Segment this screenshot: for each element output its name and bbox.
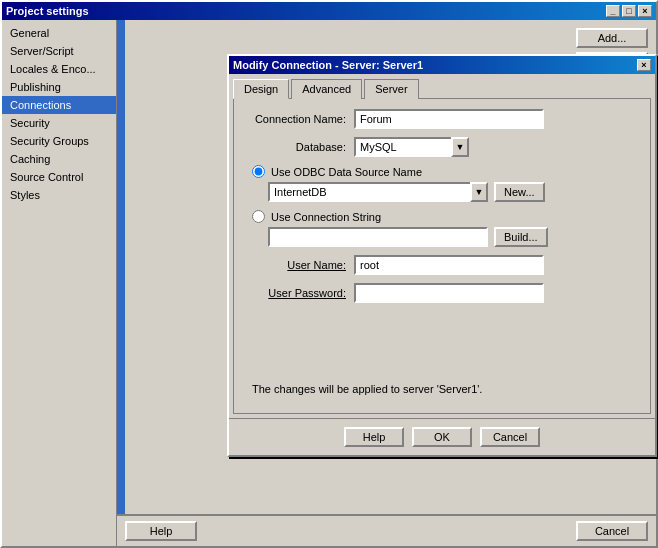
radio-connstr[interactable] (252, 210, 265, 223)
database-row: Database: MySQL SQL Server Oracle Access… (244, 137, 640, 157)
odbc-dropdown-wrapper: InternetDB ▼ (268, 182, 488, 202)
new-button[interactable]: New... (494, 182, 545, 202)
sidebar: General Server/Script Locales & Enco... … (2, 20, 117, 546)
outer-close-button[interactable]: × (638, 5, 652, 17)
sidebar-item-security-groups[interactable]: Security Groups (2, 132, 116, 150)
add-button[interactable]: Add... (576, 28, 648, 48)
status-text: The changes will be applied to server 'S… (244, 375, 640, 403)
sidebar-item-publishing[interactable]: Publishing (2, 78, 116, 96)
username-row: User Name: (244, 255, 640, 275)
connection-name-row: Connection Name: (244, 109, 640, 129)
modal-cancel-button[interactable]: Cancel (480, 427, 540, 447)
radio-connstr-label[interactable]: Use Connection String (271, 211, 381, 223)
sidebar-item-server-script[interactable]: Server/Script (2, 42, 116, 60)
tab-content: Connection Name: Database: MySQL SQL Ser… (233, 98, 651, 414)
database-dropdown-wrapper: MySQL SQL Server Oracle Access ▼ (354, 137, 469, 157)
username-label: User Name: (244, 259, 354, 271)
bottom-bar: Help Cancel (117, 514, 656, 546)
odbc-sub-row: InternetDB ▼ New... (244, 182, 640, 202)
outer-title-text: Project settings (6, 5, 89, 17)
tab-advanced[interactable]: Advanced (291, 79, 362, 99)
sidebar-item-caching[interactable]: Caching (2, 150, 116, 168)
radio-odbc[interactable] (252, 165, 265, 178)
database-label: Database: (244, 141, 354, 153)
outer-help-button[interactable]: Help (125, 521, 197, 541)
radio-connstr-row: Use Connection String (244, 210, 640, 223)
username-input[interactable] (354, 255, 544, 275)
sidebar-item-connections[interactable]: Connections (2, 96, 116, 114)
radio-group: Use ODBC Data Source Name InternetDB ▼ N… (244, 165, 640, 247)
connection-name-label: Connection Name: (244, 113, 354, 125)
modal-title-text: Modify Connection - Server: Server1 (233, 59, 423, 71)
database-dropdown-arrow[interactable]: ▼ (451, 137, 469, 157)
modal-close-button[interactable]: × (637, 59, 651, 71)
radio-odbc-label[interactable]: Use ODBC Data Source Name (271, 166, 422, 178)
sidebar-item-security[interactable]: Security (2, 114, 116, 132)
modal-title-bar: Modify Connection - Server: Server1 × (229, 56, 655, 74)
connstr-sub-row: Build... (244, 227, 640, 247)
modal-overlay: Modify Connection - Server: Server1 × De… (117, 38, 656, 546)
outer-title-buttons: _ □ × (606, 5, 652, 17)
sidebar-item-source-control[interactable]: Source Control (2, 168, 116, 186)
password-input[interactable] (354, 283, 544, 303)
connstr-input[interactable] (268, 227, 488, 247)
tab-design[interactable]: Design (233, 79, 289, 99)
main-layout: General Server/Script Locales & Enco... … (2, 20, 656, 546)
modal-help-button[interactable]: Help (344, 427, 404, 447)
sidebar-item-general[interactable]: General (2, 24, 116, 42)
outer-maximize-button[interactable]: □ (622, 5, 636, 17)
build-button[interactable]: Build... (494, 227, 548, 247)
outer-window: Project settings _ □ × General Server/Sc… (0, 0, 658, 548)
modal-dialog: Modify Connection - Server: Server1 × De… (227, 54, 657, 457)
sidebar-item-styles[interactable]: Styles (2, 186, 116, 204)
tab-bar: Design Advanced Server (229, 74, 655, 98)
sidebar-item-locales[interactable]: Locales & Enco... (2, 60, 116, 78)
password-row: User Password: (244, 283, 640, 303)
outer-title-bar: Project settings _ □ × (2, 2, 656, 20)
spacer (244, 311, 640, 371)
modal-ok-button[interactable]: OK (412, 427, 472, 447)
connection-name-input[interactable] (354, 109, 544, 129)
tab-server[interactable]: Server (364, 79, 418, 99)
password-label: User Password: (244, 287, 354, 299)
blue-strip (117, 20, 125, 514)
radio-odbc-row: Use ODBC Data Source Name (244, 165, 640, 178)
odbc-dropdown-arrow[interactable]: ▼ (470, 182, 488, 202)
modal-footer: Help OK Cancel (229, 418, 655, 455)
odbc-dropdown[interactable]: InternetDB (268, 182, 488, 202)
outer-cancel-button[interactable]: Cancel (576, 521, 648, 541)
right-area: Add... Modify... Remove Test Help Cancel… (117, 20, 656, 546)
outer-minimize-button[interactable]: _ (606, 5, 620, 17)
